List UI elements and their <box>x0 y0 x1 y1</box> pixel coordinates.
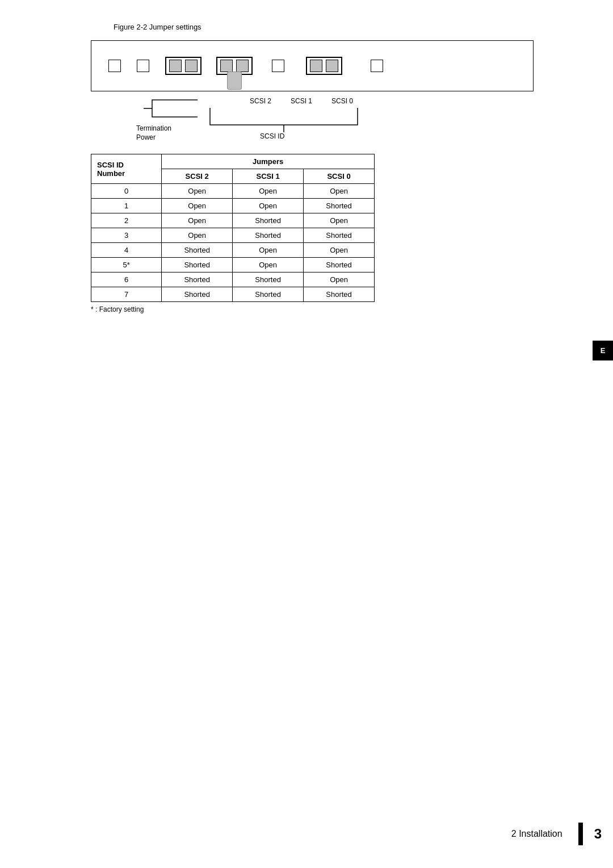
scsiid-bracket <box>204 105 363 133</box>
termination-label: Termination Power <box>136 124 171 142</box>
cell-scsi1: Open <box>233 243 304 258</box>
cell-scsi0: Shorted <box>304 287 375 302</box>
page-container: Figure 2-2 Jumper settings <box>0 0 613 868</box>
table-row: 5*ShortedOpenShorted <box>91 258 375 272</box>
jumper-diagram <box>91 40 534 91</box>
cell-scsi0: Shorted <box>304 228 375 243</box>
table-row: 7ShortedShortedShorted <box>91 287 375 302</box>
cell-scsi2: Shorted <box>162 243 233 258</box>
pin-group-scsi2 <box>165 57 201 75</box>
table-row: 0OpenOpenOpen <box>91 184 375 199</box>
table-row: 6ShortedShortedOpen <box>91 272 375 287</box>
factory-note: * : Factory setting <box>91 305 568 313</box>
cell-scsi2: Open <box>162 213 233 228</box>
cell-scsi0: Open <box>304 184 375 199</box>
cell-scsi1: Shorted <box>233 287 304 302</box>
scsiid-label: SCSI ID <box>260 132 284 140</box>
jumper-cap <box>227 72 242 90</box>
cell-scsi1: Open <box>233 258 304 272</box>
table-row: 4ShortedOpenOpen <box>91 243 375 258</box>
table-row: 3OpenShortedShorted <box>91 228 375 243</box>
cell-scsi2: Shorted <box>162 287 233 302</box>
pin-6b <box>326 60 338 72</box>
cell-id: 7 <box>91 287 162 302</box>
jumper-row <box>108 57 383 75</box>
cell-id: 0 <box>91 184 162 199</box>
cell-scsi0: Shorted <box>304 258 375 272</box>
cell-scsi1: Shorted <box>233 213 304 228</box>
cell-scsi0: Open <box>304 213 375 228</box>
scsi-labels: SCSI 2 SCSI 1 SCSI 0 <box>250 97 353 105</box>
cell-scsi0: Open <box>304 272 375 287</box>
footer-section: 2 Installation <box>500 823 574 845</box>
footer-page: 3 <box>583 823 613 845</box>
pin-2 <box>137 60 149 72</box>
cell-scsi1: Shorted <box>233 228 304 243</box>
cell-id: 6 <box>91 272 162 287</box>
labels-area: Termination Power SCSI 2 SCSI 1 SCSI 0 S… <box>91 97 534 142</box>
pin-7 <box>371 60 383 72</box>
cell-scsi0: Open <box>304 243 375 258</box>
jumper-table: SCSI ID Number Jumpers SCSI 2 SCSI 1 SCS… <box>91 154 375 302</box>
pin-4b <box>236 60 249 72</box>
footer-bar <box>578 823 583 845</box>
side-tab: E <box>593 341 613 360</box>
figure-caption: Figure 2-2 Jumper settings <box>114 23 568 31</box>
cell-id: 1 <box>91 199 162 213</box>
cell-scsi0: Shorted <box>304 199 375 213</box>
table-row: 2OpenShortedOpen <box>91 213 375 228</box>
th-scsi1: SCSI 1 <box>233 169 304 184</box>
th-scsi0: SCSI 0 <box>304 169 375 184</box>
pin-4a <box>220 60 233 72</box>
th-jumpers: Jumpers <box>162 154 375 169</box>
pin-group-scsi0 <box>306 57 342 75</box>
cell-scsi2: Open <box>162 184 233 199</box>
scsi1-label: SCSI 1 <box>291 97 312 105</box>
scsi2-label: SCSI 2 <box>250 97 271 105</box>
cell-scsi1: Open <box>233 184 304 199</box>
th-scsi2: SCSI 2 <box>162 169 233 184</box>
scsi0-label: SCSI 0 <box>331 97 353 105</box>
cell-scsi2: Open <box>162 199 233 213</box>
page-footer: 2 Installation 3 <box>0 823 613 845</box>
cell-id: 4 <box>91 243 162 258</box>
cell-id: 2 <box>91 213 162 228</box>
pin-3a <box>169 60 182 72</box>
pin-3b <box>185 60 198 72</box>
cell-id: 5* <box>91 258 162 272</box>
pin-1 <box>108 60 121 72</box>
cell-scsi2: Open <box>162 228 233 243</box>
table-row: 1OpenOpenShorted <box>91 199 375 213</box>
cell-scsi1: Open <box>233 199 304 213</box>
th-scsiid: SCSI ID Number <box>91 154 162 184</box>
pin-6a <box>310 60 322 72</box>
cell-scsi2: Shorted <box>162 272 233 287</box>
pin-5 <box>272 60 284 72</box>
cell-scsi1: Shorted <box>233 272 304 287</box>
cell-id: 3 <box>91 228 162 243</box>
termination-bracket <box>141 97 209 123</box>
cell-scsi2: Shorted <box>162 258 233 272</box>
